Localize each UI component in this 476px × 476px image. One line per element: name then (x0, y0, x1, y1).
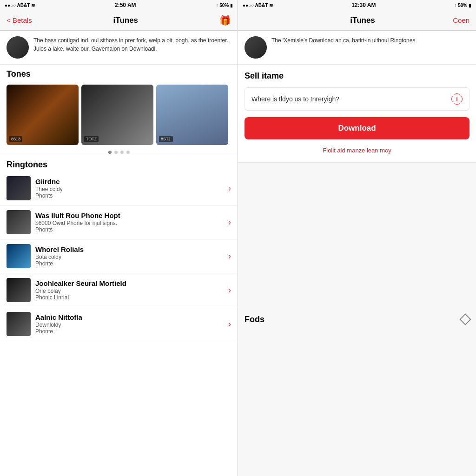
ringtone-item-4[interactable]: Joohlealker Seural Mortield Orle bolay P… (0, 273, 238, 307)
dot-2[interactable] (114, 151, 118, 154)
tone-badge-2: TOTZ (84, 136, 99, 142)
fods-title: Fods (245, 315, 264, 324)
ringtone-sub2-2: Phonts (35, 226, 224, 233)
ringtone-sub1-4: Orle bolay (35, 288, 224, 294)
tone-badge-3: 8ST1 (159, 136, 173, 142)
tone-badge-1: 8513 (9, 136, 22, 142)
ringtone-sub2-5: Phonte (35, 328, 224, 335)
chevron-icon-4: › (228, 285, 231, 295)
ringtone-info-4: Joohlealker Seural Mortield Orle bolay P… (35, 279, 224, 301)
diamond-icon[interactable] (459, 313, 471, 325)
right-avatar (245, 36, 267, 59)
ringtone-sub1-3: Bota coldy (35, 254, 224, 260)
ringtone-info-2: Was Ilult Rou Phone Hopt $6000 Owid Phon… (35, 212, 224, 233)
left-battery: ↑ 50% ▮ (216, 3, 233, 8)
left-title: iTunes (113, 16, 139, 25)
ringtone-item-2[interactable]: Was Ilult Rou Phone Hopt $6000 Owid Phon… (0, 205, 238, 239)
ringtone-name-2: Was Ilult Rou Phone Hopt (35, 212, 224, 219)
download-button[interactable]: Download (245, 117, 469, 139)
ringtone-list: Giirdne Thee coldy Phonts › Was Ilult Ro… (0, 172, 238, 476)
dot-1[interactable] (108, 151, 112, 154)
left-nav-bar: < Betals iTunes 🎁 (0, 10, 238, 31)
left-carrier: ●●○○ AB&T ≋ (5, 3, 35, 8)
back-button[interactable]: < Betals (7, 16, 32, 24)
chevron-icon-1: › (228, 184, 231, 193)
right-title: iTunes (350, 16, 375, 25)
ringtone-sub2-4: Phonic Linrial (35, 294, 224, 301)
ringtone-avatar-4 (7, 278, 31, 302)
dot-3[interactable] (120, 151, 124, 154)
ringtone-name-5: Aalnic Nittofla (35, 313, 224, 321)
ringtone-avatar-5 (7, 312, 31, 336)
tone-thumb-3[interactable]: 8ST1 (156, 85, 228, 145)
right-desc-body: The 'Xemisle's Download an ca, batirt-in… (271, 37, 417, 44)
left-description-block: The bass contigad ind, oul sithoss in pr… (0, 31, 238, 65)
ringtone-name-1: Giirdne (35, 178, 224, 185)
tones-carousel: 8513 TOTZ 8ST1 (0, 82, 238, 148)
ringtone-avatar-1 (7, 176, 31, 200)
tones-header: Tones (0, 65, 238, 82)
dot-4[interactable] (126, 151, 130, 154)
left-desc-body: The bass contigad ind, oul sithoss in pr… (33, 37, 228, 52)
chevron-icon-5: › (228, 319, 231, 329)
ringtones-header: Ringtones (0, 156, 238, 172)
ringtone-avatar-2 (7, 210, 31, 234)
right-status-bar: ●●○○ AB&T ≋ 12:30 AM ↑ 50% ▮ (238, 0, 476, 10)
sub-link[interactable]: Flolit ald manze lean moy (245, 145, 469, 156)
left-desc-text: The bass contigad ind, oul sithoss in pr… (33, 36, 231, 59)
sell-title: Sell itame (245, 71, 469, 81)
right-time: 12:30 AM (351, 2, 376, 8)
ringtone-avatar-3 (7, 244, 31, 268)
left-time: 2:50 AM (115, 2, 136, 8)
fods-section: Fods (238, 162, 476, 476)
left-status-bar: ●●○○ AB&T ≋ 2:50 AM ↑ 50% ▮ (0, 0, 238, 10)
tone-thumb-1[interactable]: 8513 (7, 85, 79, 145)
chevron-icon-3: › (228, 251, 231, 261)
ringtone-info-3: Whorel Rolials Bota coldy Phonte (35, 245, 224, 267)
carousel-dots (0, 148, 238, 156)
left-panel: ●●○○ AB&T ≋ 2:50 AM ↑ 50% ▮ < Betals iTu… (0, 0, 238, 476)
ringtone-sub2-1: Phonts (35, 192, 224, 199)
ringtone-item-1[interactable]: Giirdne Thee coldy Phonts › (0, 172, 238, 205)
ringtone-sub1-1: Thee coldy (35, 186, 224, 192)
sell-section: Sell itame Where is tldyo us to tnreryig… (238, 65, 476, 162)
ringtone-name-3: Whorel Rolials (35, 245, 224, 253)
left-avatar-img (7, 36, 29, 59)
ringtone-info-1: Giirdne Thee coldy Phonts (35, 178, 224, 199)
sell-question-text: Where is tldyo us to tnreryigh? (251, 95, 339, 103)
ringtone-item-5[interactable]: Aalnic Nittofla Downloldy Phonte › (0, 307, 238, 341)
right-description-block: The 'Xemisle's Download an ca, batirt-in… (238, 31, 476, 65)
right-carrier: ●●○○ AB&T ≋ (243, 3, 273, 8)
chevron-icon-2: › (228, 218, 231, 227)
sell-question-row: Where is tldyo us to tnreryigh? i (245, 87, 469, 111)
ringtone-name-4: Joohlealker Seural Mortield (35, 279, 224, 287)
ringtone-info-5: Aalnic Nittofla Downloldy Phonte (35, 313, 224, 335)
right-coen-button[interactable]: Coen (453, 16, 469, 24)
ringtone-sub1-5: Downloldy (35, 322, 224, 328)
right-panel: ●●○○ AB&T ≋ 12:30 AM ↑ 50% ▮ iTunes Coen… (238, 0, 476, 476)
right-avatar-img (245, 36, 267, 59)
ringtone-item-3[interactable]: Whorel Rolials Bota coldy Phonte › (0, 239, 238, 273)
gift-icon[interactable]: 🎁 (219, 15, 231, 26)
left-avatar (7, 36, 29, 59)
info-button[interactable]: i (451, 93, 463, 105)
right-nav-bar: iTunes Coen (238, 10, 476, 31)
ringtone-sub1-2: $6000 Owid Phone for rijul signs. (35, 220, 224, 226)
right-desc-text: The 'Xemisle's Download an ca, batirt-in… (271, 36, 417, 59)
ringtone-sub2-3: Phonte (35, 260, 224, 267)
tone-thumb-2[interactable]: TOTZ (81, 85, 153, 145)
right-battery: ↑ 50% ▮ (454, 3, 471, 8)
